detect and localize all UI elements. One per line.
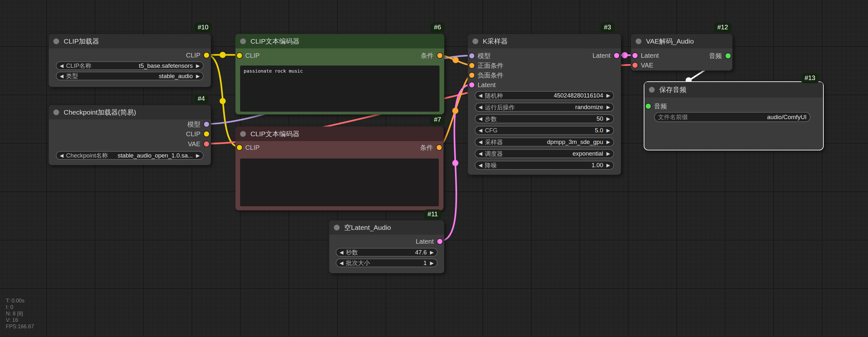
widget-scheduler[interactable]: ◀ 调度器 exponential ▶ xyxy=(475,149,614,158)
prev-arrow-icon[interactable]: ◀ xyxy=(478,116,483,122)
next-arrow-icon[interactable]: ▶ xyxy=(606,162,610,168)
prev-arrow-icon[interactable]: ◀ xyxy=(60,153,64,159)
node-id-badge: #13 xyxy=(801,73,819,83)
prev-arrow-icon[interactable]: ◀ xyxy=(340,249,343,255)
latent-port-icon[interactable] xyxy=(469,82,474,88)
collapse-dot-icon[interactable] xyxy=(334,225,340,231)
node-empty-latent-audio[interactable]: 空Latent_Audio Latent ◀ 秒数 47.6 ▶ ◀ 批次大小 … xyxy=(329,220,444,273)
widget-checkpoint-name[interactable]: ◀ Checkpoint名称 stable_audio_open_1.0.sa.… xyxy=(56,151,204,160)
next-arrow-icon[interactable]: ▶ xyxy=(430,249,434,255)
node-clip-text-encode-positive[interactable]: CLIP文本编码器 CLIP 条件 passionate rock music xyxy=(235,34,444,114)
node-titlebar[interactable]: VAE解码_Audio xyxy=(631,34,732,48)
node-title: CLIP文本编码器 xyxy=(250,127,300,141)
link-dot xyxy=(622,52,628,59)
next-arrow-icon[interactable]: ▶ xyxy=(606,93,610,98)
conditioning-port-icon[interactable] xyxy=(469,73,474,78)
stat-version: V: 16 xyxy=(6,317,18,323)
widget-seed[interactable]: ◀ 随机种 450248280116104 ▶ xyxy=(475,91,614,100)
collapse-dot-icon[interactable] xyxy=(53,109,59,115)
audio-port-icon[interactable] xyxy=(646,104,651,109)
prev-arrow-icon[interactable]: ◀ xyxy=(478,151,483,157)
prev-arrow-icon[interactable]: ◀ xyxy=(478,162,483,168)
link-dot xyxy=(453,160,459,166)
node-ksampler[interactable]: K采样器 模型 正面条件 负面条件 Latent Latent ◀ 随机种 45… xyxy=(468,34,621,175)
vae-port-icon[interactable] xyxy=(204,141,209,146)
input-slot-vae: VAE xyxy=(631,61,687,69)
clip-port-icon[interactable] xyxy=(204,131,209,137)
node-titlebar[interactable]: CLIP文本编码器 xyxy=(236,127,443,141)
widget-filename-prefix[interactable]: 文件名前缀 audio/ComfyUI xyxy=(654,112,810,122)
link-dot xyxy=(220,52,226,58)
node-id-badge: #3 xyxy=(600,23,615,33)
node-id-badge: #10 xyxy=(194,23,212,33)
widget-denoise[interactable]: ◀ 降噪 1.00 ▶ xyxy=(475,161,614,170)
output-slot-clip: CLIP xyxy=(49,130,211,138)
next-arrow-icon[interactable]: ▶ xyxy=(606,104,610,110)
node-titlebar[interactable]: K采样器 xyxy=(468,34,621,48)
node-titlebar[interactable]: CLIP加载器 xyxy=(49,34,211,48)
next-arrow-icon[interactable]: ▶ xyxy=(606,151,610,157)
clip-port-icon[interactable] xyxy=(204,53,209,58)
prev-arrow-icon[interactable]: ◀ xyxy=(60,73,64,79)
collapse-dot-icon[interactable] xyxy=(53,38,59,44)
prev-arrow-icon[interactable]: ◀ xyxy=(478,139,483,145)
vae-port-icon[interactable] xyxy=(632,63,638,68)
model-port-icon[interactable] xyxy=(204,122,209,127)
node-id-badge: #6 xyxy=(430,23,445,33)
input-slot-latent: Latent xyxy=(468,81,545,89)
next-arrow-icon[interactable]: ▶ xyxy=(606,128,610,133)
node-vae-decode-audio[interactable]: VAE解码_Audio Latent VAE 音频 xyxy=(631,34,733,71)
output-slot-model: 模型 xyxy=(49,120,211,129)
node-titlebar[interactable]: Checkpoint加载器(简易) xyxy=(49,105,211,120)
node-titlebar[interactable]: 保存音频 xyxy=(644,82,823,98)
graph-canvas[interactable]: CLIP加载器 CLIP ◀ CLIP名称 t5_base.safetensor… xyxy=(0,0,868,337)
collapse-dot-icon[interactable] xyxy=(240,131,246,137)
node-save-audio[interactable]: 保存音频 音频 文件名前缀 audio/ComfyUI xyxy=(644,81,824,150)
widget-steps[interactable]: ◀ 步数 50 ▶ xyxy=(475,114,614,123)
prompt-textarea[interactable] xyxy=(240,159,439,206)
next-arrow-icon[interactable]: ▶ xyxy=(430,260,434,266)
conditioning-port-icon[interactable] xyxy=(469,63,474,68)
conditioning-port-icon[interactable] xyxy=(437,53,442,58)
widget-batch-size[interactable]: ◀ 批次大小 1 ▶ xyxy=(336,259,438,267)
prev-arrow-icon[interactable]: ◀ xyxy=(478,104,483,110)
next-arrow-icon[interactable]: ▶ xyxy=(606,116,610,122)
prev-arrow-icon[interactable]: ◀ xyxy=(340,260,343,266)
node-title: Checkpoint加载器(简易) xyxy=(64,105,136,120)
widget-sampler-name[interactable]: ◀ 采样器 dpmpp_3m_sde_gpu ▶ xyxy=(475,137,614,146)
node-clip-loader[interactable]: CLIP加载器 CLIP ◀ CLIP名称 t5_base.safetensor… xyxy=(49,34,211,87)
node-titlebar[interactable]: CLIP文本编码器 xyxy=(236,34,444,48)
next-arrow-icon[interactable]: ▶ xyxy=(606,139,610,145)
node-clip-text-encode-negative[interactable]: CLIP文本编码器 CLIP 条件 xyxy=(235,127,444,210)
widget-seconds[interactable]: ◀ 秒数 47.6 ▶ xyxy=(336,248,438,257)
latent-port-icon[interactable] xyxy=(437,239,442,244)
collapse-dot-icon[interactable] xyxy=(240,38,246,44)
node-checkpoint-loader[interactable]: Checkpoint加载器(简易) 模型 CLIP VAE ◀ Checkpoi… xyxy=(49,105,211,165)
link-dot xyxy=(453,57,459,63)
stat-fps: FPS:166.67 xyxy=(6,324,34,329)
output-slot-audio: 音频 xyxy=(631,52,732,60)
widget-clip-type[interactable]: ◀ 类型 stable_audio ▶ xyxy=(56,72,204,80)
widget-cfg[interactable]: ◀ CFG 5.0 ▶ xyxy=(475,126,614,135)
next-arrow-icon[interactable]: ▶ xyxy=(196,153,200,159)
collapse-dot-icon[interactable] xyxy=(472,38,478,44)
next-arrow-icon[interactable]: ▶ xyxy=(196,73,200,79)
latent-port-icon[interactable] xyxy=(614,53,619,58)
collapse-dot-icon[interactable] xyxy=(636,38,642,44)
prev-arrow-icon[interactable]: ◀ xyxy=(478,93,483,98)
node-title: 空Latent_Audio xyxy=(344,221,391,235)
prompt-textarea[interactable]: passionate rock music xyxy=(240,66,439,112)
prev-arrow-icon[interactable]: ◀ xyxy=(478,128,483,133)
conditioning-port-icon[interactable] xyxy=(437,145,442,150)
prev-arrow-icon[interactable]: ◀ xyxy=(60,63,64,69)
output-slot-conditioning: 条件 xyxy=(236,51,444,60)
widget-control-after-generate[interactable]: ◀ 运行后操作 randomize ▶ xyxy=(475,103,614,112)
next-arrow-icon[interactable]: ▶ xyxy=(196,63,200,69)
collapse-dot-icon[interactable] xyxy=(649,87,655,93)
stat-iterations: I: 0 xyxy=(6,304,13,310)
node-title: 保存音频 xyxy=(659,82,686,98)
audio-port-icon[interactable] xyxy=(725,53,731,59)
stat-time: T: 0.00s xyxy=(6,298,25,303)
node-titlebar[interactable]: 空Latent_Audio xyxy=(329,221,444,235)
widget-clip-name[interactable]: ◀ CLIP名称 t5_base.safetensors ▶ xyxy=(56,61,204,70)
